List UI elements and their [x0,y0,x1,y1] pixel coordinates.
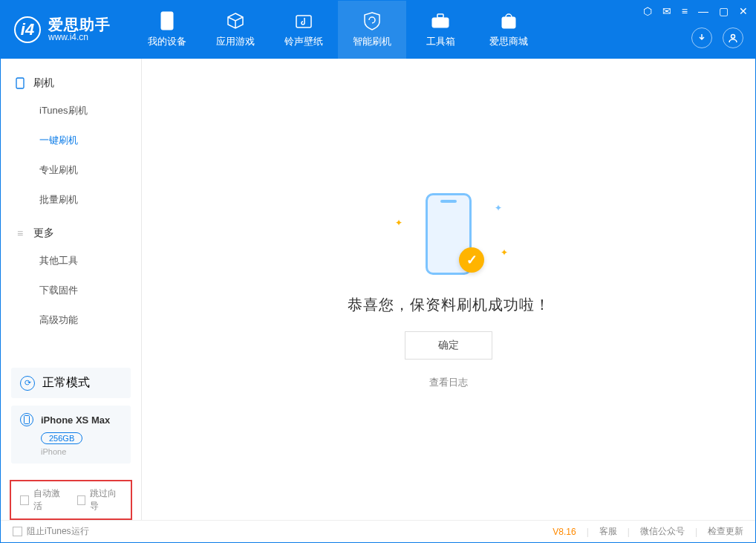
update-link[interactable]: 检查更新 [708,525,743,538]
window-controls: ⬡ ✉ ≡ — ▢ ✕ [643,5,748,17]
sidebar-item-pro[interactable]: 专业刷机 [1,155,141,185]
feedback-icon[interactable]: ✉ [662,5,671,17]
sparkle-icon: ✦ [495,203,502,213]
app-name-en: www.i4.cn [48,33,111,42]
tab-label: 爱思商城 [489,35,528,48]
checkbox-auto-activate[interactable]: 自动激活 [20,487,65,513]
device-name: iPhone XS Max [41,414,110,426]
tab-toolbox[interactable]: 工具箱 [406,1,475,59]
tab-label: 智能刷机 [353,35,391,48]
logo[interactable]: i4 爱思助手 www.i4.cn [14,16,111,43]
mode-label: 正常模式 [42,375,90,391]
sidebar-header-label: 更多 [33,227,54,240]
logo-text: 爱思助手 www.i4.cn [48,16,111,42]
nav-tabs: 我的设备 应用游戏 铃声壁纸 智能刷机 工具箱 爱思商城 [133,1,543,59]
sidebar-item-batch[interactable]: 批量刷机 [1,185,141,215]
phone-small-icon [20,413,33,426]
phone-icon [157,11,177,30]
logo-icon: i4 [14,16,41,43]
sidebar-item-itunes[interactable]: iTunes刷机 [1,96,141,126]
svg-rect-3 [437,14,443,18]
sidebar-header-label: 刷机 [33,77,54,90]
result-message: 恭喜您，保资料刷机成功啦！ [348,295,550,315]
checkbox-icon [13,527,22,536]
close-icon[interactable]: ✕ [739,5,748,17]
toolbox-icon [431,11,450,30]
sidebar-section-flash: 刷机 iTunes刷机 一键刷机 专业刷机 批量刷机 [1,71,141,221]
success-illustration: ✦ ✦ ✦ ✓ [382,189,515,279]
tab-label: 我的设备 [148,35,186,48]
sidebar-item-advanced[interactable]: 高级功能 [1,305,141,335]
main-content: ✦ ✦ ✦ ✓ 恭喜您，保资料刷机成功啦！ 确定 查看日志 [142,59,755,520]
app-name-cn: 爱思助手 [48,16,111,33]
list-icon: ≡ [14,227,26,239]
tab-label: 工具箱 [426,35,455,48]
wechat-link[interactable]: 微信公众号 [640,525,685,538]
svg-rect-6 [16,78,24,88]
bag-icon [499,11,518,30]
header-actions [691,27,743,48]
storage-badge: 256GB [41,432,82,444]
tab-label: 应用游戏 [216,35,255,48]
music-folder-icon [294,11,313,30]
device-icon [14,77,26,89]
svg-rect-4 [502,17,515,28]
svg-rect-2 [432,18,449,27]
cube-icon [226,11,245,30]
maximize-icon[interactable]: ▢ [719,5,729,17]
sparkle-icon: ✦ [501,247,508,258]
svg-rect-7 [25,416,30,424]
footer: 阻止iTunes运行 V8.16 | 客服 | 微信公众号 | 检查更新 [1,520,755,542]
tab-ringtone[interactable]: 铃声壁纸 [270,1,338,59]
mode-box[interactable]: ⟳ 正常模式 [11,368,131,398]
sidebar-item-onekey[interactable]: 一键刷机 [1,126,141,155]
checkbox-label: 跳过向导 [90,487,122,513]
support-link[interactable]: 客服 [599,525,617,538]
check-badge-icon: ✓ [459,247,484,273]
separator: | [587,527,589,537]
checkbox-icon [20,495,29,505]
separator: | [695,527,697,537]
checkbox-block-itunes[interactable]: 阻止iTunes运行 [13,525,89,538]
checkbox-skip-guide[interactable]: 跳过向导 [77,487,123,513]
sidebar-header-flash[interactable]: 刷机 [1,71,141,96]
version-label: V8.16 [553,527,576,537]
shield-refresh-icon [362,11,382,30]
svg-rect-0 [161,12,173,30]
checkbox-icon [77,495,86,505]
sidebar-item-firmware[interactable]: 下载固件 [1,276,141,305]
shirt-icon[interactable]: ⬡ [643,5,652,17]
view-log-link[interactable]: 查看日志 [429,376,468,389]
tab-flash[interactable]: 智能刷机 [338,1,406,59]
minimize-icon[interactable]: — [698,5,708,17]
options-box: 自动激活 跳过向导 [10,480,132,520]
sidebar-item-other[interactable]: 其他工具 [1,246,141,276]
tab-label: 铃声壁纸 [284,35,323,48]
user-button[interactable] [723,27,743,48]
device-type: iPhone [41,447,122,456]
ok-button[interactable]: 确定 [405,331,492,360]
svg-point-5 [731,35,735,39]
sparkle-icon: ✦ [395,218,403,228]
mode-icon: ⟳ [20,376,35,391]
checkbox-label: 自动激活 [33,487,65,513]
sidebar: 刷机 iTunes刷机 一键刷机 专业刷机 批量刷机 ≡ 更多 其他工具 下载固… [1,59,142,520]
body: 刷机 iTunes刷机 一键刷机 专业刷机 批量刷机 ≡ 更多 其他工具 下载固… [1,59,755,520]
separator: | [628,527,630,537]
svg-rect-1 [296,16,311,27]
download-button[interactable] [691,27,712,48]
sidebar-header-more[interactable]: ≡ 更多 [1,221,141,246]
tab-apps[interactable]: 应用游戏 [201,1,270,59]
checkbox-label: 阻止iTunes运行 [27,525,89,538]
menu-icon[interactable]: ≡ [682,5,688,17]
tab-my-device[interactable]: 我的设备 [133,1,201,59]
device-box[interactable]: iPhone XS Max 256GB iPhone [11,406,131,464]
header: i4 爱思助手 www.i4.cn 我的设备 应用游戏 铃声壁纸 智能刷机 工具… [1,1,755,59]
sidebar-section-more: ≡ 更多 其他工具 下载固件 高级功能 [1,221,141,341]
device-panel: ⟳ 正常模式 iPhone XS Max 256GB iPhone [1,368,141,472]
tab-store[interactable]: 爱思商城 [475,1,543,59]
